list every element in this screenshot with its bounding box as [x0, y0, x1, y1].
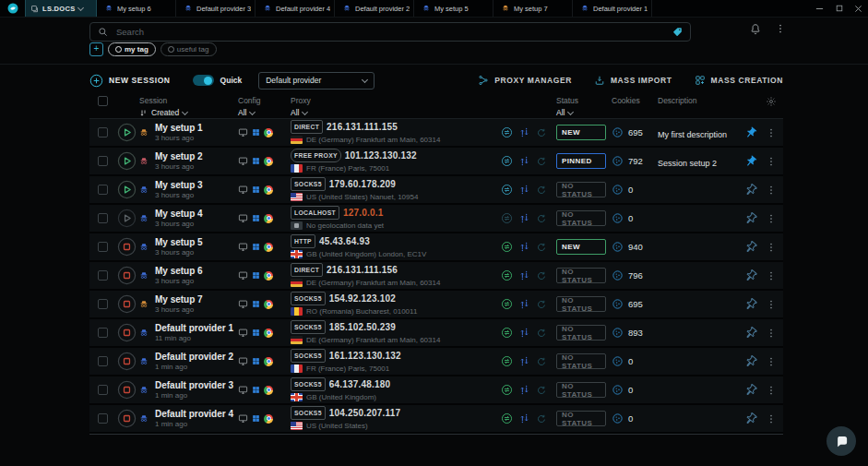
row-menu-kebab-icon[interactable]: [766, 270, 777, 281]
status-badge[interactable]: NO STATUS: [556, 325, 606, 341]
change-fingerprint-icon[interactable]: [518, 327, 530, 339]
change-fingerprint-icon[interactable]: [518, 155, 530, 167]
mass-import-button[interactable]: MASS IMPORT: [594, 75, 672, 86]
pin-icon[interactable]: [744, 327, 757, 340]
row-checkbox[interactable]: [98, 270, 108, 281]
change-fingerprint-icon[interactable]: [518, 212, 530, 224]
status-badge[interactable]: NO STATUS: [556, 353, 606, 369]
new-session-button[interactable]: NEW SESSION: [89, 74, 171, 88]
row-menu-kebab-icon[interactable]: [766, 242, 777, 253]
session-tab-4[interactable]: Default provider 2: [335, 0, 414, 17]
start-session-button[interactable]: [117, 209, 139, 228]
pin-icon[interactable]: [744, 384, 757, 397]
session-row[interactable]: My setup 1 3 hours ago DIRECT 216.131.11…: [89, 119, 783, 148]
rotate-proxy-icon[interactable]: [536, 213, 547, 224]
row-checkbox[interactable]: [98, 127, 108, 137]
proxy-filter[interactable]: All: [291, 108, 501, 117]
proxy-manager-button[interactable]: PROXY MANAGER: [478, 75, 572, 86]
row-checkbox[interactable]: [98, 299, 108, 309]
session-row[interactable]: Default provider 3 1 min ago SOCKS5 64.1…: [89, 376, 783, 405]
provider-select[interactable]: Default provider: [258, 72, 375, 90]
session-row[interactable]: My setup 3 3 hours ago SOCKS5 179.60.178…: [89, 176, 783, 205]
proxy-check-icon[interactable]: [501, 241, 513, 253]
status-badge[interactable]: NO STATUS: [556, 296, 606, 312]
rotate-proxy-icon[interactable]: [536, 270, 547, 281]
config-filter[interactable]: All: [238, 108, 291, 117]
rotate-proxy-icon[interactable]: [536, 356, 547, 367]
stop-session-button[interactable]: [117, 323, 139, 342]
row-checkbox[interactable]: [98, 385, 108, 395]
tag-chip-1[interactable]: my tag: [108, 42, 156, 56]
stop-session-button[interactable]: [117, 409, 139, 428]
pin-icon[interactable]: [744, 184, 757, 197]
session-tab-1[interactable]: My setup 6: [97, 0, 176, 17]
search-input[interactable]: [114, 26, 666, 38]
row-menu-kebab-icon[interactable]: [766, 413, 777, 424]
rotate-proxy-icon[interactable]: [536, 385, 547, 396]
change-fingerprint-icon[interactable]: [518, 184, 530, 196]
sort-created-control[interactable]: Created: [139, 108, 238, 117]
status-badge[interactable]: NO STATUS: [556, 268, 606, 283]
row-checkbox[interactable]: [98, 213, 108, 223]
notifications-bell-icon[interactable]: [749, 23, 764, 38]
change-fingerprint-icon[interactable]: [518, 355, 530, 367]
change-fingerprint-icon[interactable]: [518, 269, 530, 281]
session-row[interactable]: Default provider 4 1 min ago SOCKS5 104.…: [89, 405, 783, 434]
support-chat-button[interactable]: [826, 426, 856, 456]
row-checkbox[interactable]: [98, 185, 108, 195]
stop-session-button[interactable]: [117, 237, 139, 257]
status-badge[interactable]: NO STATUS: [556, 210, 606, 226]
tag-filter-icon[interactable]: [672, 27, 683, 37]
rotate-proxy-icon[interactable]: [536, 413, 547, 424]
row-menu-kebab-icon[interactable]: [766, 356, 777, 367]
rotate-proxy-icon[interactable]: [536, 185, 547, 196]
app-menu-tab[interactable]: LS.DOCS: [25, 0, 97, 17]
start-session-button[interactable]: [117, 151, 139, 171]
status-filter[interactable]: All: [556, 108, 612, 117]
start-session-button[interactable]: [117, 123, 139, 142]
start-session-button[interactable]: [117, 180, 139, 199]
rotate-proxy-icon[interactable]: [536, 328, 547, 339]
maximize-button[interactable]: [829, 0, 849, 17]
proxy-check-icon[interactable]: [501, 298, 513, 310]
status-badge[interactable]: NEW: [556, 125, 606, 140]
session-row[interactable]: My setup 5 3 hours ago HTTP 45.43.64.93 …: [89, 233, 783, 262]
session-row[interactable]: My setup 7 3 hours ago SOCKS5 154.92.123…: [89, 291, 783, 319]
pin-icon[interactable]: [744, 355, 757, 368]
stop-session-button[interactable]: [117, 380, 139, 400]
proxy-check-icon[interactable]: [501, 184, 513, 196]
proxy-check-icon[interactable]: [501, 126, 513, 138]
row-menu-kebab-icon[interactable]: [766, 213, 777, 224]
status-badge[interactable]: PINNED: [556, 153, 606, 169]
row-menu-kebab-icon[interactable]: [766, 299, 777, 310]
row-checkbox[interactable]: [98, 413, 108, 424]
more-options-icon[interactable]: [775, 23, 786, 38]
quick-toggle[interactable]: [193, 75, 214, 86]
proxy-check-icon[interactable]: [501, 212, 513, 224]
minimize-button[interactable]: [810, 0, 829, 17]
change-fingerprint-icon[interactable]: [518, 126, 530, 138]
proxy-check-icon[interactable]: [501, 384, 513, 396]
session-row[interactable]: Default provider 1 11 min ago SOCKS5 185…: [89, 319, 783, 348]
rotate-proxy-icon[interactable]: [536, 156, 547, 167]
mass-creation-button[interactable]: MASS CREATION: [695, 75, 783, 86]
stop-session-button[interactable]: [117, 352, 139, 371]
session-tab-5[interactable]: My setup 5: [414, 0, 493, 17]
row-checkbox[interactable]: [98, 356, 108, 366]
proxy-check-icon[interactable]: [501, 269, 513, 281]
proxy-check-icon[interactable]: [501, 355, 513, 367]
session-tab-3[interactable]: Default provider 4: [256, 0, 335, 17]
session-tab-7[interactable]: Default provider 1: [573, 0, 652, 17]
status-badge[interactable]: NO STATUS: [556, 411, 606, 426]
stop-session-button[interactable]: [117, 294, 139, 314]
proxy-check-icon[interactable]: [501, 155, 513, 167]
select-all-checkbox[interactable]: [98, 96, 108, 106]
row-menu-kebab-icon[interactable]: [766, 385, 777, 396]
row-menu-kebab-icon[interactable]: [766, 328, 777, 339]
row-menu-kebab-icon[interactable]: [766, 185, 777, 196]
row-menu-kebab-icon[interactable]: [766, 127, 777, 138]
stop-session-button[interactable]: [117, 266, 139, 285]
change-fingerprint-icon[interactable]: [518, 412, 530, 424]
session-row[interactable]: My setup 2 3 hours ago FREE PROXY 101.12…: [89, 148, 783, 176]
session-row[interactable]: My setup 4 3 hours ago LOCALHOST 127.0.0…: [89, 205, 783, 233]
